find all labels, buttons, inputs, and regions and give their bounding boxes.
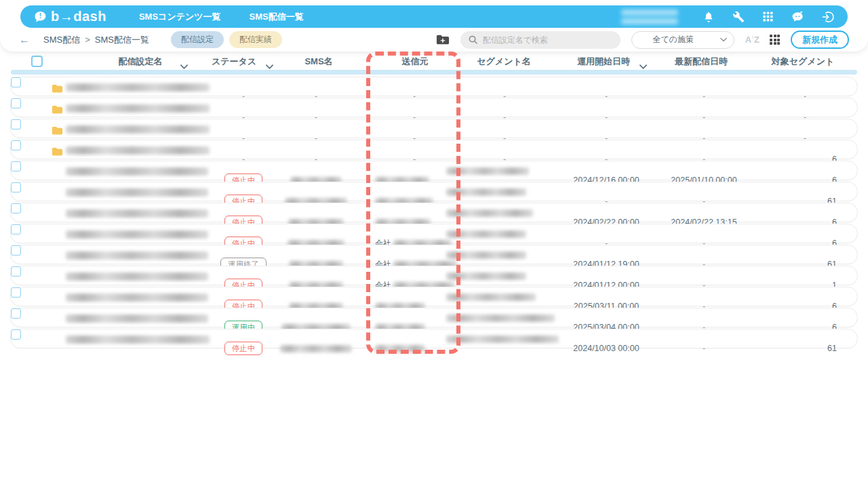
segment-redacted (446, 230, 526, 238)
row-checkbox[interactable] (11, 77, 21, 87)
table-row[interactable]: 運用中2025/03/04 00:00-6 (10, 308, 858, 327)
target-segment-count: 61 (742, 340, 837, 358)
row-checkbox[interactable] (11, 140, 21, 150)
row-name-redacted (66, 146, 210, 155)
segment-redacted (446, 314, 555, 322)
row-name-redacted (66, 83, 210, 92)
redacted-text (621, 9, 678, 16)
row-checkbox[interactable] (11, 266, 21, 277)
column-header-4: セグメント名 (453, 56, 555, 68)
header-card: ! b→dash SMSコンテンツ一覧SMS配信一覧 (0, 0, 868, 52)
row-checkbox[interactable] (11, 182, 21, 192)
row-checkbox[interactable] (11, 98, 21, 108)
sender-redacted (375, 340, 425, 358)
bdash-logo-bubble-icon: ! (34, 10, 47, 23)
add-folder-icon[interactable] (436, 34, 450, 45)
row-name-redacted (66, 336, 210, 344)
table-row[interactable]: 停止中2024/12/16 00:002025/01/10 00:006 (10, 161, 858, 180)
segment-redacted (446, 167, 529, 175)
last-delivery-datetime: - (656, 340, 751, 358)
campaign-filter-select[interactable]: 全ての施策 (631, 31, 734, 49)
page-toolbar: ← SMS配信>SMS配信一覧 配信設定 配信実績 (0, 29, 868, 50)
row-name-redacted (66, 293, 208, 302)
chat-mascot-icon[interactable] (791, 10, 804, 23)
top-nav-item-1[interactable]: SMS配信一覧 (250, 11, 304, 23)
breadcrumb: SMS配信>SMS配信一覧 (43, 34, 149, 46)
row-checkbox[interactable] (11, 161, 21, 171)
breadcrumb-separator: > (85, 35, 90, 45)
row-name-redacted (66, 209, 208, 218)
table-row[interactable]: 停止中会社--6 (10, 224, 858, 243)
top-navigation-bar: ! b→dash SMSコンテンツ一覧SMS配信一覧 (20, 5, 848, 28)
svg-text:!: ! (39, 12, 41, 20)
wrench-icon[interactable] (732, 10, 745, 23)
row-name-redacted (66, 230, 208, 239)
top-nav-item-0[interactable]: SMSコンテンツ一覧 (139, 11, 221, 23)
row-checkbox[interactable] (11, 119, 21, 129)
table-row[interactable]: ------6 (10, 140, 858, 159)
row-name-redacted (66, 314, 208, 323)
select-all-checkbox[interactable] (31, 56, 43, 67)
search-box (460, 31, 620, 49)
search-input[interactable] (483, 35, 612, 45)
column-header-7: 対象セグメント (752, 56, 854, 68)
table-row[interactable]: 運用終了会社2024/01/12 19:00-61 (10, 245, 858, 264)
bell-icon[interactable] (702, 10, 715, 23)
redacted-text (621, 18, 678, 24)
row-name-redacted (66, 104, 210, 113)
segment-redacted (446, 209, 533, 217)
row-checkbox[interactable] (11, 287, 21, 298)
column-header-3: 送信元 (364, 56, 466, 68)
search-icon (469, 35, 477, 44)
table-row[interactable]: 停止中2024/02/22 00:002024/02/22 13:156 (10, 203, 858, 222)
sort-az-icon[interactable]: A↑Z (745, 35, 759, 45)
segment-redacted (446, 293, 536, 301)
filter-selected-value: 全ての施策 (632, 34, 715, 45)
horizontal-scrollbar[interactable] (11, 70, 857, 75)
chevron-down-icon (720, 37, 727, 42)
bdash-logo[interactable]: ! b→dash (34, 9, 106, 24)
row-checkbox[interactable] (11, 329, 21, 340)
view-tabs: 配信設定 配信実績 (171, 31, 282, 48)
row-checkbox[interactable] (11, 224, 21, 235)
table-body: ---------------------------6停止中2024/12/1… (10, 77, 858, 350)
sign-out-icon[interactable] (821, 10, 834, 23)
table-row[interactable]: 停止中2024/10/03 00:00-61 (10, 329, 858, 348)
table-row[interactable]: 停止中会社2024/01/12 00:00-1 (10, 266, 858, 285)
sms-name-redacted (269, 340, 363, 358)
table-row[interactable]: ------- (10, 98, 858, 117)
tab-delivery-results[interactable]: 配信実績 (229, 31, 282, 48)
segment-redacted (446, 188, 526, 196)
sms-delivery-list-page: ! b→dash SMSコンテンツ一覧SMS配信一覧 (0, 0, 868, 488)
segment-redacted (446, 251, 526, 259)
create-new-button[interactable]: 新規作成 (791, 30, 849, 49)
layout-grid-icon[interactable] (770, 35, 780, 45)
column-header-6: 最新配信日時 (650, 56, 752, 68)
top-nav: SMSコンテンツ一覧SMS配信一覧 (139, 11, 304, 23)
table-row[interactable]: 停止中--61 (10, 182, 858, 201)
account-name-redacted[interactable] (621, 9, 678, 24)
topbar-right (621, 9, 834, 24)
column-header-2: SMS名 (268, 56, 370, 68)
toolbar-actions: 全ての施策 A↑Z 新規作成 (436, 30, 849, 49)
column-header-0[interactable]: 配信設定名 (90, 56, 191, 68)
apps-grid-icon[interactable] (762, 10, 774, 23)
row-checkbox[interactable] (11, 245, 21, 256)
segment-redacted (446, 336, 559, 343)
row-name-redacted (66, 188, 208, 197)
tab-delivery-settings[interactable]: 配信設定 (171, 31, 224, 48)
logo-text: b→dash (51, 9, 106, 24)
table-row[interactable]: ------- (10, 119, 858, 138)
table-header: 配信設定名ステータスSMS名送信元セグメント名運用開始日時最新配信日時対象セグメ… (0, 54, 868, 69)
table-row[interactable]: 停止中2025/03/11 00:00-6 (10, 287, 858, 306)
segment-redacted (446, 272, 526, 280)
row-checkbox[interactable] (11, 203, 21, 214)
row-name-redacted (66, 272, 208, 281)
row-name-redacted (66, 167, 208, 176)
row-checkbox[interactable] (11, 308, 21, 319)
back-arrow-icon[interactable]: ← (19, 34, 30, 46)
row-name-redacted (66, 125, 210, 134)
breadcrumb-page: SMS配信一覧 (95, 35, 149, 45)
table-row[interactable]: ------- (10, 77, 858, 96)
breadcrumb-section[interactable]: SMS配信 (43, 35, 80, 45)
